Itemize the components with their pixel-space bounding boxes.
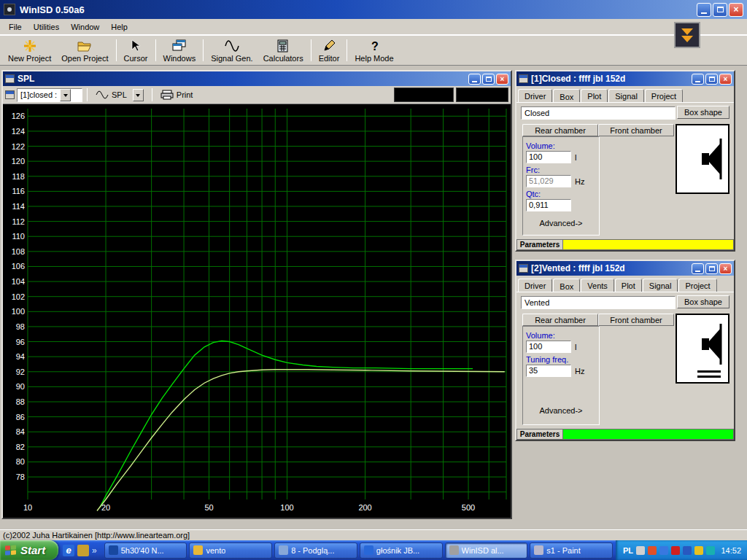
box-shape-button[interactable]: Box shape [677,106,729,119]
tab-driver[interactable]: Driver [518,89,552,102]
print-button[interactable]: Print [157,88,197,101]
closed-minimize-button[interactable] [692,74,704,85]
rear-chamber-tab[interactable]: Rear chamber [522,314,598,326]
vented-close-button[interactable] [719,263,732,274]
task-button-paint[interactable]: s1 - Paint [530,542,613,559]
menu-window[interactable]: Window [65,20,105,34]
tray-icon-2[interactable] [648,546,657,555]
language-indicator[interactable]: PL [623,546,633,555]
spl-toolbar: [1]closed : SPL Print [3,86,511,104]
quick-launch-icon[interactable] [77,545,89,556]
vented-maximize-button[interactable] [705,263,718,274]
internet-explorer-icon[interactable] [63,545,74,556]
cursor-icon [128,39,143,53]
tuning-freq-unit: Hz [575,367,584,376]
tab-plot[interactable]: Plot [615,279,642,292]
quick-launch-expand-icon[interactable] [92,545,97,556]
editor-button[interactable]: Editor [314,37,345,64]
task-button-1[interactable]: 5h30'40 N... [104,542,187,559]
graph-type-selector-dropdown[interactable]: SPL [92,88,147,103]
front-chamber-tab[interactable]: Front chamber [598,314,674,326]
tab-vents[interactable]: Vents [581,279,614,292]
menu-utilities[interactable]: Utilities [28,20,65,34]
menu-file[interactable]: File [3,20,28,34]
advanced-button[interactable]: Advanced-> [539,219,582,228]
tab-box[interactable]: Box [553,89,580,103]
menu-bar: File Utilities Window Help [0,19,747,35]
task-button-4[interactable]: głośnik JB... [360,542,443,559]
front-chamber-tab[interactable]: Front chamber [598,124,674,136]
box-type-select[interactable]: Vented [521,296,676,309]
project-selector-dropdown[interactable]: [1]closed : [17,88,82,102]
tab-box[interactable]: Box [553,279,580,292]
closed-titlebar[interactable]: [1]Closed : ffff jbl 152d [516,71,734,86]
tuning-freq-input[interactable]: 35 [526,365,571,377]
tray-icon-1[interactable] [636,546,645,555]
svg-text:100: 100 [280,503,293,512]
tab-plot[interactable]: Plot [581,89,608,102]
start-button[interactable]: Start [0,540,58,560]
vented-progress-bar [563,429,734,440]
tab-signal[interactable]: Signal [643,279,678,292]
spl-close-button[interactable] [496,74,508,85]
toolbar-separator [87,88,88,101]
closed-close-button[interactable] [719,74,732,85]
svg-text:500: 500 [462,503,475,512]
frc-input[interactable]: 51,029 [526,175,571,187]
calculators-button[interactable]: Calculators [258,37,309,64]
windows-button[interactable]: Windows [158,37,201,64]
frc-label: Frc: [526,166,596,174]
volume-input[interactable]: 100 [526,151,571,163]
cursor-button[interactable]: Cursor [119,37,153,64]
svg-text:126: 126 [12,112,25,120]
spl-maximize-button[interactable] [482,74,495,85]
menu-help[interactable]: Help [105,20,133,34]
volume-label: Volume: [526,331,596,340]
down-arrow-icon [681,28,693,35]
rear-chamber-tab[interactable]: Rear chamber [522,124,598,136]
download-manager-icon[interactable] [674,22,700,48]
task-button-2[interactable]: vento [189,542,272,559]
tray-icon-7[interactable] [706,546,715,555]
spl-readout [456,88,508,102]
svg-text:88: 88 [16,397,25,406]
rear-chamber-group: Volume: 100 l Tuning freq. 35 Hz Advance… [522,326,600,425]
spl-chart[interactable]: 1261241221201181161141121101081061041021… [3,104,509,517]
tray-icon-3[interactable] [659,546,668,555]
tray-icon-6[interactable] [694,546,703,555]
tab-driver[interactable]: Driver [518,279,552,292]
tray-icon-5[interactable] [683,546,692,555]
advanced-button[interactable]: Advanced-> [539,406,582,415]
tab-signal[interactable]: Signal [608,89,644,102]
calculator-icon [276,39,290,53]
taskbar: Start 5h30'40 N... vento 8 - Podglą... g… [0,540,747,560]
vented-titlebar[interactable]: [2]Vented : ffff jbl 152d [516,261,734,276]
help-mode-button[interactable]: ? Help Mode [349,37,398,64]
spl-minimize-button[interactable] [468,74,481,85]
new-project-button[interactable]: New Project [3,37,56,64]
closed-maximize-button[interactable] [705,74,718,85]
tab-project[interactable]: Project [678,279,716,292]
spl-titlebar[interactable]: SPL [3,71,511,86]
minimize-button[interactable] [697,3,711,17]
task-button-winisd[interactable]: WinISD al... [445,542,528,559]
closed-box-shape-image [676,124,729,194]
qtc-input[interactable]: 0,911 [526,199,571,211]
box-shape-button[interactable]: Box shape [677,295,729,308]
vented-minimize-button[interactable] [692,263,704,274]
box-type-select[interactable]: Closed [521,106,676,120]
folder-icon [193,545,203,555]
restore-button[interactable] [713,3,727,17]
signal-gen-button[interactable]: Signal Gen. [206,37,258,64]
close-button[interactable] [729,3,743,17]
open-project-button[interactable]: Open Project [56,37,113,64]
volume-input[interactable]: 100 [526,341,571,353]
svg-text:50: 50 [204,503,213,512]
parameters-tab[interactable]: Parameters [516,239,563,250]
tab-project[interactable]: Project [645,89,683,102]
svg-text:86: 86 [16,413,25,421]
main-titlebar[interactable]: WinISD 0.50a6 [0,0,747,19]
tray-icon-4[interactable] [671,546,680,555]
task-button-3[interactable]: 8 - Podglą... [274,542,357,559]
parameters-tab[interactable]: Parameters [516,429,563,440]
